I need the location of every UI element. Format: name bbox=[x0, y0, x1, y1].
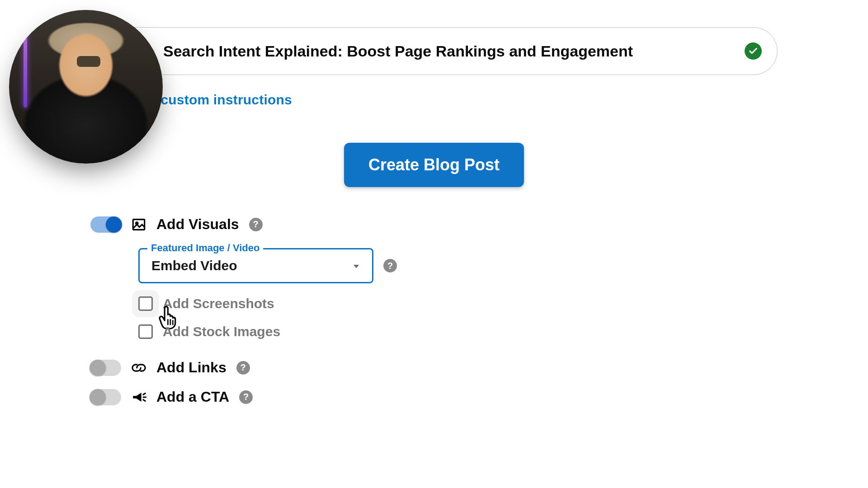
megaphone-icon bbox=[131, 389, 146, 405]
featured-media-selected-value: Embed Video bbox=[151, 258, 237, 273]
post-title-input[interactable]: Search Intent Explained: Boost Page Rank… bbox=[90, 27, 778, 75]
add-cta-label: Add a CTA bbox=[156, 389, 229, 405]
toggle-add-links[interactable] bbox=[90, 360, 121, 376]
option-row-cta: Add a CTA ? bbox=[90, 382, 778, 412]
chevron-down-icon bbox=[352, 258, 360, 273]
toggle-add-visuals[interactable] bbox=[90, 216, 121, 233]
featured-media-field-label: Featured Image / Video bbox=[147, 242, 263, 254]
image-icon bbox=[131, 217, 146, 232]
add-visuals-label: Add Visuals bbox=[156, 216, 239, 233]
add-screenshots-label: Add Screenshots bbox=[163, 296, 274, 311]
presenter-avatar bbox=[9, 10, 163, 164]
option-row-links: Add Links ? bbox=[90, 353, 778, 382]
help-links-icon[interactable]: ? bbox=[236, 361, 250, 375]
add-links-label: Add Links bbox=[156, 359, 226, 376]
add-stock-images-label: Add Stock Images bbox=[163, 324, 280, 339]
custom-instructions-link[interactable]: r custom instructions bbox=[151, 92, 778, 108]
checkbox-row-stock-images: Add Stock Images bbox=[138, 324, 778, 339]
toggle-add-cta[interactable] bbox=[90, 389, 121, 405]
add-stock-images-checkbox[interactable] bbox=[138, 324, 153, 339]
create-blog-post-button[interactable]: Create Blog Post bbox=[344, 143, 524, 187]
help-cta-icon[interactable]: ? bbox=[239, 390, 253, 404]
help-featured-media-icon[interactable]: ? bbox=[383, 259, 397, 272]
checkbox-row-screenshots: Add Screenshots bbox=[138, 296, 778, 311]
post-title-value: Search Intent Explained: Boost Page Rank… bbox=[163, 42, 633, 60]
add-screenshots-checkbox[interactable] bbox=[138, 296, 153, 311]
title-validated-icon bbox=[745, 42, 762, 60]
link-icon bbox=[131, 360, 146, 375]
option-row-visuals: Add Visuals ? bbox=[90, 210, 778, 239]
help-visuals-icon[interactable]: ? bbox=[249, 218, 263, 231]
